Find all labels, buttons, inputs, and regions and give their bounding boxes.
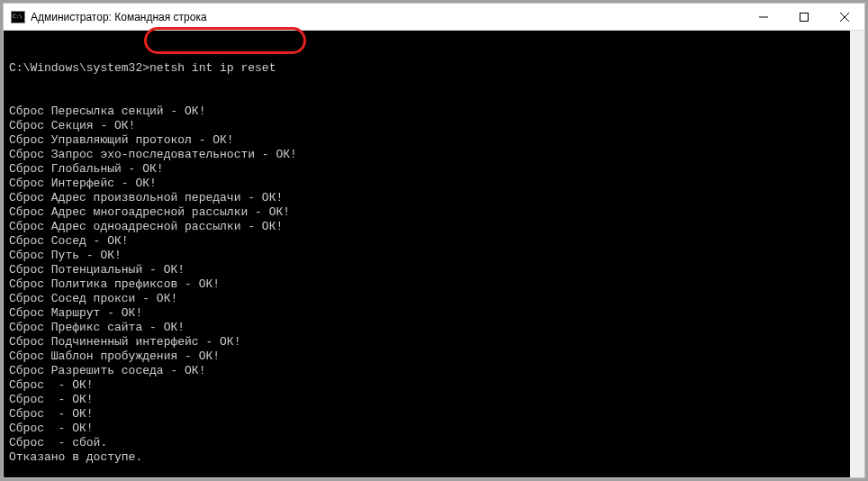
scrollbar[interactable] [850, 31, 864, 477]
terminal-output-line: Сброс - ОК! [9, 393, 845, 407]
outer-frame: Администратор: Командная строка C:\Windo… [0, 0, 868, 481]
terminal-output-line: Сброс Адрес многоадресной рассылки - ОК! [9, 205, 845, 220]
close-button[interactable] [824, 4, 864, 30]
command: netsh int ip reset [149, 61, 276, 75]
maximize-button[interactable] [783, 4, 824, 30]
minimize-icon [759, 13, 768, 22]
terminal-output-line: Сброс - ОК! [9, 407, 845, 422]
terminal-output-line: Сброс Пересылка секций - ОК! [9, 104, 845, 119]
terminal-output-line: Сброс Маршрут - ОК! [9, 306, 845, 321]
terminal-output-line [9, 465, 845, 477]
titlebar[interactable]: Администратор: Командная строка [4, 4, 864, 31]
terminal-output-line: Сброс - ОК! [9, 422, 845, 436]
terminal-output-line: Отказано в доступе. [9, 450, 845, 465]
terminal-output-line: Сброс Путь - ОК! [9, 249, 845, 263]
terminal-output-line: Сброс Сосед прокси - ОК! [9, 292, 845, 306]
terminal-output-line: Сброс Запрос эхо-последовательности - ОК… [9, 148, 845, 162]
terminal-output-line: Сброс Адрес произвольной передачи - ОК! [9, 191, 845, 205]
terminal-output-line: Сброс Префикс сайта - ОК! [9, 321, 845, 335]
close-icon [840, 13, 849, 22]
terminal-output-line: Сброс Шаблон пробуждения - ОК! [9, 349, 845, 364]
terminal-output-line: Сброс Сосед - ОК! [9, 234, 845, 249]
terminal-output-line: Сброс Секция - ОК! [9, 119, 845, 133]
terminal-output-line: Сброс Подчиненный интерфейс - ОК! [9, 335, 845, 349]
terminal-output-line: Сброс Политика префиксов - ОК! [9, 277, 845, 292]
maximize-icon [800, 13, 809, 22]
window-controls [743, 4, 864, 30]
terminal-output-line: Сброс Адрес одноадресной рассылки - ОК! [9, 220, 845, 234]
terminal-output-line: Сброс Разрешить соседа - ОК! [9, 364, 845, 378]
minimize-button[interactable] [743, 4, 783, 30]
command-prompt-window: Администратор: Командная строка C:\Windo… [3, 3, 865, 478]
terminal-output-line: Сброс Потенциальный - ОК! [9, 263, 845, 277]
cmd-icon [11, 11, 25, 23]
terminal-output-line: Сброс - ОК! [9, 378, 845, 393]
window-title: Администратор: Командная строка [31, 11, 743, 23]
terminal-output-line: Сброс Глобальный - ОК! [9, 162, 845, 177]
terminal-output-line: Сброс Управляющий протокол - ОК! [9, 133, 845, 148]
svg-rect-1 [800, 13, 808, 21]
prompt-line: C:\Windows\system32>netsh int ip reset [9, 61, 845, 76]
terminal-area[interactable]: C:\Windows\system32>netsh int ip reset С… [4, 31, 864, 477]
prompt: C:\Windows\system32> [9, 61, 149, 75]
terminal-output-line: Сброс Интерфейс - ОК! [9, 177, 845, 191]
terminal-output-line: Сброс - сбой. [9, 436, 845, 450]
scroll-thumb[interactable] [850, 31, 864, 85]
